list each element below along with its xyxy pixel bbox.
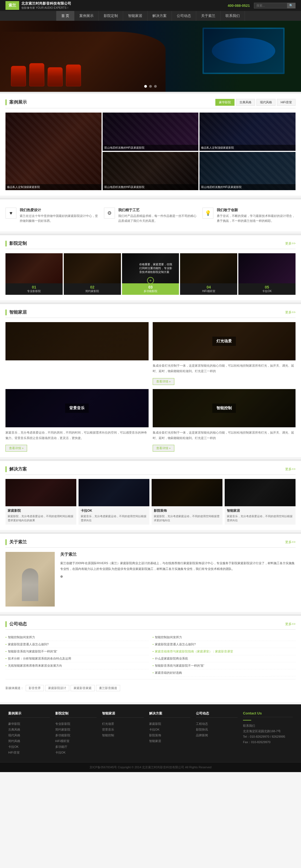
footer-solution-4[interactable]: 智能家居 (149, 738, 191, 744)
cinema-label-4: 04 HiFi视听室 (180, 283, 237, 295)
cinema-item-4[interactable]: 04 HiFi视听室 (180, 253, 237, 295)
main-nav: 首 页 案例展示 影院定制 智能家居 解决方案 公司动态 关于索兰 联系我们 (0, 11, 301, 21)
footer-cinema-4[interactable]: HiFi视听室 (55, 738, 97, 744)
cinema-item-5[interactable]: 05 卡拉OK (238, 253, 296, 295)
news-item-2-5[interactable]: 智能影音系统与家庭影院不一样的'室' (153, 662, 296, 670)
news-item-2-6[interactable]: 家庭音箱的好好选购 (153, 670, 296, 677)
hero-screen-content (204, 29, 283, 73)
nav-item-news[interactable]: 公司动态 (172, 11, 196, 21)
nav-item-smart[interactable]: 智能家居 (123, 11, 147, 21)
footer-col-news-title: 公司动态 (196, 711, 238, 718)
case-item-1[interactable]: 极品私人定制顶级家庭影院 (5, 113, 102, 190)
search-input[interactable] (254, 3, 287, 8)
footer-cinema-6[interactable]: 卡拉OK (55, 750, 97, 755)
nav-item-contact[interactable]: 联系我们 (221, 11, 245, 21)
footer-cinema-3[interactable]: 多功能影院 (55, 733, 97, 738)
media-tag-2[interactable]: 家庭影院设计 (45, 685, 69, 691)
footer-case-6[interactable]: HiFi音室 (8, 750, 50, 755)
case-tab-modern[interactable]: 现代风格 (256, 99, 276, 106)
case-label-4: 双山地层积淡雅的HiFi及家庭影院 (103, 184, 199, 190)
smart-music-more-btn[interactable]: 查看详情 » (5, 445, 27, 452)
cinema-label-1: 01 专业影影院 (5, 283, 63, 295)
logo: 索兰 北京索兰时尚影音科技有限公司 创影像专家 YOUR AUDIO EXPER… (5, 1, 71, 10)
footer-solution-2[interactable]: 卡拉OK (149, 727, 191, 733)
footer-cinema-2[interactable]: 简约家影院 (55, 727, 97, 733)
feature-innovation-title: 我们敢于创新 (217, 208, 296, 213)
footer-case-3[interactable]: 现代风格 (8, 733, 50, 738)
news-item-1-5[interactable]: 无线智能家居将席卷而来家居业发展方向 (5, 662, 148, 670)
solutions-grid: 家庭影院 家庭影院，充分考虑喜爱运动，不同的使用时间以根据需求更好地向往的效果 … (5, 479, 296, 525)
hero-dot-2[interactable] (149, 85, 152, 88)
footer-news-2[interactable]: 影院快讯 (196, 727, 238, 733)
news-item-2-1[interactable]: 智能控制如何发挥力 (153, 634, 296, 641)
about-more-btn[interactable]: ⊕ (60, 575, 296, 579)
case-tab-luxury[interactable]: 豪华影院 (215, 99, 235, 106)
smart-control-more-btn[interactable]: 查看详情 » (153, 445, 174, 452)
solution-item-cinema[interactable]: 家庭影院 家庭影院，充分考虑喜爱运动，不同的使用时间以根据需求更好地向往的效果 (5, 479, 76, 525)
footer-smart-1[interactable]: 灯光场景 (102, 721, 144, 727)
solution-item-decor[interactable]: 影院装饰 家庭影院，充分考虑家庭运动，不同的使用空间根据需求更好地向往 (152, 479, 222, 525)
news-item-1-3[interactable]: 智能影音系统与家庭影院不一样的'室' (5, 648, 148, 655)
about-img-overlay (5, 552, 55, 607)
media-tag-4[interactable]: 素兰影音频道 (96, 685, 120, 691)
about-grid: 关于索兰 索兰创建于2009年在原国际RIVERS（索兰）家庭影院商业之设计的基… (5, 552, 296, 607)
about-more[interactable]: 更多>> (285, 540, 296, 545)
footer-case-2[interactable]: 古典风格 (8, 727, 50, 733)
nav-item-solutions[interactable]: 解决方案 (147, 11, 172, 21)
company-name: 北京索兰时尚影音科技有限公司 (21, 1, 71, 6)
cinema-item-3[interactable]: 价格重要，家庭需要，但我们同样注重功能性，专业影音技术就给影院定制方案 03 多… (122, 253, 179, 295)
footer-cinema-1[interactable]: 专业影影院 (55, 721, 97, 727)
footer-news-3[interactable]: 品牌新闻 (196, 733, 238, 738)
footer-case-5[interactable]: 卡拉OK (8, 744, 50, 750)
footer-news-1[interactable]: 工程动态 (196, 721, 238, 727)
cinema-more[interactable]: 更多>> (285, 241, 296, 246)
case-item-5[interactable]: 双山地层积淡雅的HiFi及家庭影院 (199, 152, 296, 190)
search-button[interactable]: 🔍 (287, 3, 295, 8)
news-item-1-2[interactable]: 家庭影院是普通人该怎么做到? (5, 641, 148, 648)
footer-col-solutions-title: 解决方案 (149, 711, 191, 718)
nav-item-home[interactable]: 首 页 (56, 11, 75, 21)
news-title: 公司动态 (5, 621, 27, 627)
case-item-2[interactable]: 双山地层积淡雅的HiFi及家庭影院 (103, 113, 199, 151)
news-more[interactable]: 更多>> (285, 622, 296, 626)
hero-dot-3[interactable] (154, 85, 157, 88)
nav-item-about[interactable]: 关于索兰 (196, 11, 221, 21)
footer-solution-3[interactable]: 影院装饰 (149, 733, 191, 738)
hero-screen-image (212, 38, 275, 64)
solution-name-karaoke: 卡拉OK (81, 508, 147, 513)
news-item-1-4[interactable]: 技术分析：分析智能家居系统的各自特点及运用 (5, 655, 148, 662)
search-box[interactable]: 🔍 (254, 3, 296, 8)
footer-solution-1[interactable]: 家庭影院 (149, 721, 191, 727)
media-tag-1[interactable]: 影音世界 (26, 685, 44, 691)
cinema-item-2[interactable]: 02 简约家影院 (64, 253, 121, 295)
footer-contact-subtitle: 联系我们 (243, 723, 293, 728)
footer-cinema-5[interactable]: 多功能厅 (55, 744, 97, 750)
solutions-more[interactable]: 更多>> (285, 467, 296, 471)
solution-item-karaoke[interactable]: 卡拉OK 家庭音乐，充分考虑家庭运动，不同的使用空间以根据需求向往 (79, 479, 149, 525)
footer-case-1[interactable]: 豪华影院 (8, 721, 50, 727)
news-item-1-1[interactable]: 智能控制如何发挥力 (5, 634, 148, 641)
news-item-2-2[interactable]: 家庭影院是普通人该怎么做到? (153, 641, 296, 648)
smart-img-music: 背景音乐 (5, 389, 148, 427)
footer-case-4[interactable]: 简约风格 (8, 738, 50, 744)
footer-smart-2[interactable]: 背景音乐 (102, 727, 144, 733)
cinema-item-1[interactable]: 01 专业影影院 (5, 253, 63, 295)
nav-item-cases[interactable]: 案例展示 (75, 11, 99, 21)
news-item-2-4[interactable]: 什么是家庭影院商业系统 (153, 655, 296, 662)
footer-smart-3[interactable]: 智能控制 (102, 733, 144, 738)
media-tag-3[interactable]: 家庭影音家庭 (71, 685, 95, 691)
hero-dot-1[interactable] (144, 85, 147, 88)
solution-name-cinema: 家庭影院 (8, 508, 74, 513)
case-tab-hifi[interactable]: HiFi音室 (277, 99, 296, 106)
case-item-4[interactable]: 双山地层积淡雅的HiFi及家庭影院 (103, 152, 199, 190)
case-tab-classic[interactable]: 古典风格 (236, 99, 255, 106)
smart-home-more[interactable]: 更多>> (285, 310, 296, 315)
case-item-3[interactable]: 极品私人定制顶级家庭影院 (199, 113, 296, 151)
solution-item-smart[interactable]: 智能家居 家庭音乐，充分考虑喜爱运动，不同的使用空间以根据需求向往 (225, 479, 296, 525)
feature-design-content: 我们热爱设计 索兰在过去十年中坚持做中国最好的家庭影院设计中心，坚持做到极致一切… (20, 208, 99, 223)
news-item-2-3[interactable]: 家庭音箱推荐与家庭影院指南（家庭课室）：家庭影音课堂 (153, 648, 296, 655)
cinema-plus-icon[interactable]: + (147, 277, 154, 284)
case-show-title: 案例展示 (5, 99, 27, 105)
nav-item-cinema[interactable]: 影院定制 (99, 11, 123, 21)
smart-lighting-more-btn[interactable]: 查看详情 » (153, 378, 174, 385)
